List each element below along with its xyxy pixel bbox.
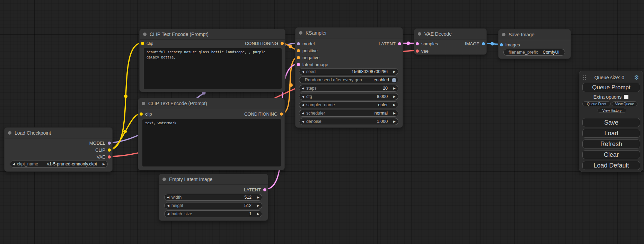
collapse-dot-icon[interactable] (142, 102, 145, 105)
conditioning-port-dot[interactable] (280, 112, 283, 116)
image-port-dot[interactable] (500, 43, 503, 46)
random-seed-toggle[interactable]: Random seed after every gen enabled (299, 76, 398, 83)
collapse-dot-icon[interactable] (502, 33, 505, 36)
menu-header: Queue size: 0 ⚙ (579, 74, 643, 81)
link-latent-to-vae-dot (407, 42, 410, 45)
node-title-bar[interactable]: KSampler (295, 28, 403, 38)
input-port-samples: samples (416, 41, 438, 46)
decrement-arrow-icon[interactable]: ◀ (302, 103, 304, 107)
filename-prefix-field[interactable]: filename_prefix ComfyUI (503, 49, 565, 56)
decrement-arrow-icon[interactable]: ◀ (302, 112, 304, 115)
toggle-on-icon[interactable] (392, 78, 396, 82)
node-clip-text-encode-positive[interactable]: CLIP Text Encode (Prompt) clip CONDITION… (139, 29, 285, 92)
increment-arrow-icon[interactable]: ▶ (257, 196, 259, 199)
cfg-stepper[interactable]: ◀ cfg 8.000 ▶ (299, 93, 398, 100)
decrement-arrow-icon[interactable]: ◀ (302, 70, 304, 73)
increment-arrow-icon[interactable]: ▶ (393, 112, 396, 115)
decrement-arrow-icon[interactable]: ◀ (167, 204, 169, 207)
vae-port-dot[interactable] (108, 155, 111, 159)
queue-front-button[interactable]: Queue Front (582, 101, 611, 106)
comfy-menu-panel[interactable]: Queue size: 0 ⚙ Queue Prompt Extra optio… (579, 71, 643, 172)
conditioning-port-dot[interactable] (281, 42, 284, 45)
increment-arrow-icon[interactable]: ▶ (103, 163, 105, 166)
gear-icon[interactable]: ⚙ (634, 75, 639, 81)
model-port-dot[interactable] (297, 42, 300, 45)
input-port-images: images (500, 42, 520, 47)
node-title-bar[interactable]: Load Checkpoint (5, 128, 112, 138)
increment-arrow-icon[interactable]: ▶ (393, 87, 396, 90)
node-empty-latent-image[interactable]: Empty Latent Image LATENT ◀ width 512 ▶ … (159, 174, 268, 221)
clip-port-dot[interactable] (108, 148, 111, 152)
view-queue-button[interactable]: View Queue (612, 101, 637, 106)
decrement-arrow-icon[interactable]: ◀ (167, 196, 169, 199)
drag-handle-icon[interactable] (583, 75, 584, 76)
width-stepper[interactable]: ◀ width 512 ▶ (164, 194, 262, 201)
decrement-arrow-icon[interactable]: ◀ (302, 120, 304, 123)
clip-port-dot[interactable] (140, 112, 143, 116)
decrement-arrow-icon[interactable]: ◀ (302, 87, 304, 90)
node-title-bar[interactable]: CLIP Text Encode (Prompt) (138, 98, 284, 109)
clear-button[interactable]: Clear (582, 150, 640, 159)
output-port-vae: VAE (97, 154, 111, 159)
batch-size-stepper[interactable]: ◀ batch_size 1 ▶ (164, 210, 262, 217)
node-load-checkpoint[interactable]: Load Checkpoint MODEL CLIP VAE ◀ ckpt_na… (4, 127, 113, 172)
input-port-vae: vae (416, 48, 429, 53)
input-port-positive: positive (297, 48, 318, 53)
ckpt-name-combo[interactable]: ◀ ckpt_name v1-5-pruned-emaonly.ckpt ▶ (10, 161, 108, 168)
collapse-dot-icon[interactable] (299, 31, 302, 35)
conditioning-port-dot[interactable] (297, 56, 300, 59)
node-vae-decode[interactable]: VAE Decode samples vae IMAGE (414, 28, 487, 55)
link-clip1-dot (124, 94, 127, 98)
node-clip-text-encode-negative[interactable]: CLIP Text Encode (Prompt) clip CONDITION… (138, 98, 285, 170)
increment-arrow-icon[interactable]: ▶ (257, 213, 259, 216)
decrement-arrow-icon[interactable]: ◀ (302, 95, 304, 98)
negative-prompt-textarea[interactable]: text, watermark (142, 119, 281, 166)
latent-port-dot[interactable] (416, 42, 419, 45)
positive-prompt-textarea[interactable]: beautiful scenery nature glass bottle la… (144, 48, 282, 89)
load-button[interactable]: Load (582, 129, 640, 138)
node-save-image[interactable]: Save Image images filename_prefix ComfyU… (498, 29, 571, 59)
node-title-bar[interactable]: VAE Decode (414, 29, 486, 39)
conditioning-port-dot[interactable] (297, 49, 300, 52)
increment-arrow-icon[interactable]: ▶ (257, 204, 259, 207)
image-port-dot[interactable] (482, 42, 485, 45)
increment-arrow-icon[interactable]: ▶ (393, 120, 396, 123)
input-port-model: model (297, 41, 315, 46)
refresh-button[interactable]: Refresh (582, 139, 640, 148)
collapse-dot-icon[interactable] (8, 131, 11, 135)
scheduler-combo[interactable]: ◀ scheduler normal ▶ (299, 110, 398, 117)
node-title-bar[interactable]: CLIP Text Encode (Prompt) (140, 29, 285, 40)
vae-port-dot[interactable] (416, 49, 419, 53)
extra-options-checkbox[interactable] (624, 95, 628, 99)
sampler-name-combo[interactable]: ◀ sampler_name euler ▶ (299, 101, 398, 108)
increment-arrow-icon[interactable]: ▶ (393, 95, 396, 98)
decrement-arrow-icon[interactable]: ◀ (167, 213, 169, 216)
denoise-stepper[interactable]: ◀ denoise 1.000 ▶ (299, 118, 398, 125)
increment-arrow-icon[interactable]: ▶ (393, 103, 396, 107)
collapse-dot-icon[interactable] (418, 32, 421, 36)
node-title-bar[interactable]: Empty Latent Image (159, 174, 268, 185)
steps-stepper[interactable]: ◀ steps 20 ▶ (299, 85, 398, 92)
collapse-dot-icon[interactable] (143, 33, 147, 36)
output-port-image: IMAGE (465, 41, 485, 46)
height-stepper[interactable]: ◀ height 512 ▶ (164, 202, 262, 209)
output-port-model: MODEL (89, 141, 111, 145)
decrement-arrow-icon[interactable]: ◀ (12, 163, 15, 166)
seed-stepper[interactable]: ◀ seed 156680208700286 ▶ (299, 68, 398, 75)
clip-port-dot[interactable] (141, 42, 144, 45)
queue-size-label: Queue size: 0 (585, 75, 634, 80)
collapse-dot-icon[interactable] (162, 178, 166, 181)
node-title: KSampler (306, 30, 327, 36)
increment-arrow-icon[interactable]: ▶ (393, 70, 396, 73)
latent-port-dot[interactable] (398, 42, 401, 45)
node-title-bar[interactable]: Save Image (499, 29, 571, 40)
node-graph-canvas[interactable]: Load Checkpoint MODEL CLIP VAE ◀ ckpt_na… (0, 0, 644, 244)
model-port-dot[interactable] (108, 142, 111, 145)
latent-port-dot[interactable] (297, 63, 300, 66)
load-default-button[interactable]: Load Default (582, 161, 640, 170)
view-history-button[interactable]: View History (598, 108, 626, 113)
save-button[interactable]: Save (582, 118, 640, 127)
queue-prompt-button[interactable]: Queue Prompt (582, 83, 640, 92)
node-ksampler[interactable]: KSampler model positive negative latent_… (295, 27, 403, 128)
latent-port-dot[interactable] (263, 188, 266, 191)
